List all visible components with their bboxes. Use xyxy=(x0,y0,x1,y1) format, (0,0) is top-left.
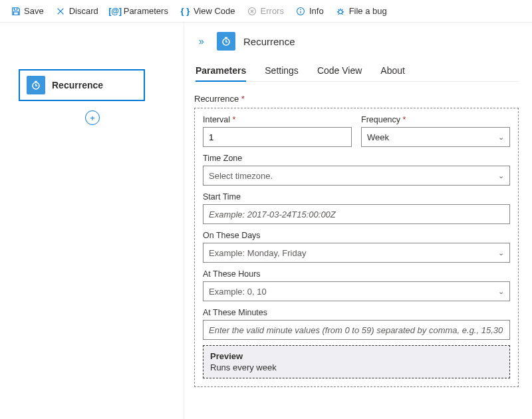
at-minutes-label: At These Minutes xyxy=(203,308,510,317)
file-bug-button[interactable]: File a bug xyxy=(331,3,392,19)
required-marker: * xyxy=(241,94,245,104)
preview-desc: Runs every week xyxy=(210,362,503,372)
designer-canvas: Recurrence + xyxy=(0,23,185,419)
info-button[interactable]: Info xyxy=(291,3,329,19)
frequency-label: Frequency * xyxy=(361,115,510,124)
add-step-button[interactable]: + xyxy=(85,110,100,125)
tab-settings[interactable]: Settings xyxy=(265,60,299,81)
interval-label: Interval * xyxy=(203,115,352,124)
parameters-icon: [@] xyxy=(110,6,120,16)
recurrence-node[interactable]: Recurrence xyxy=(19,69,145,101)
parameters-label: Parameters xyxy=(124,6,168,16)
timezone-value: Select timezone. xyxy=(209,171,273,181)
timezone-select[interactable]: Select timezone. ⌄ xyxy=(203,166,510,186)
node-label: Recurrence xyxy=(52,80,103,90)
chevron-down-icon: ⌄ xyxy=(498,172,504,180)
frequency-value: Week xyxy=(367,132,389,142)
chevron-right-icon: » xyxy=(199,36,204,47)
errors-icon xyxy=(247,6,257,16)
tab-parameters[interactable]: Parameters xyxy=(196,60,246,81)
timer-icon xyxy=(27,76,45,94)
at-hours-select[interactable]: Example: 0, 10 ⌄ xyxy=(203,281,510,301)
tab-about[interactable]: About xyxy=(380,60,405,81)
timezone-label: Time Zone xyxy=(203,154,510,163)
start-time-label: Start Time xyxy=(203,192,510,202)
interval-input[interactable] xyxy=(203,127,352,147)
braces-icon: { } xyxy=(180,6,190,16)
chevron-down-icon: ⌄ xyxy=(498,133,504,142)
frequency-select[interactable]: Week ⌄ xyxy=(361,127,510,147)
errors-label: Errors xyxy=(261,6,284,16)
info-icon xyxy=(296,6,306,16)
errors-button: Errors xyxy=(242,3,289,19)
at-hours-value: Example: 0, 10 xyxy=(209,287,267,297)
file-bug-label: File a bug xyxy=(349,6,387,16)
preview-box: Preview Runs every week xyxy=(203,345,510,378)
on-days-select[interactable]: Example: Monday, Friday ⌄ xyxy=(203,243,510,263)
discard-icon xyxy=(56,6,66,16)
toolbar: Save Discard [@] Parameters { } View Cod… xyxy=(0,0,532,23)
collapse-button[interactable]: » xyxy=(194,34,209,49)
recurrence-fieldset: Interval * Frequency * Week ⌄ Time Zone … xyxy=(194,108,519,387)
panel-tabs: Parameters Settings Code View About xyxy=(194,60,519,82)
panel-header: » Recurrence xyxy=(194,32,519,51)
start-time-input[interactable] xyxy=(203,204,510,224)
at-minutes-input[interactable] xyxy=(203,320,510,340)
bug-icon xyxy=(336,6,346,16)
main-area: Recurrence + » Recurrence Parameters Set… xyxy=(0,23,532,419)
save-icon xyxy=(11,6,21,16)
discard-label: Discard xyxy=(69,6,98,16)
on-days-label: On These Days xyxy=(203,231,510,240)
view-code-label: View Code xyxy=(194,6,235,16)
view-code-button[interactable]: { } View Code xyxy=(175,3,241,19)
panel-title: Recurrence xyxy=(243,36,295,47)
properties-panel: » Recurrence Parameters Settings Code Vi… xyxy=(185,23,532,419)
on-days-value: Example: Monday, Friday xyxy=(209,248,306,258)
section-label: Recurrence * xyxy=(194,94,519,104)
timer-icon xyxy=(217,32,235,51)
info-label: Info xyxy=(309,6,324,16)
svg-point-3 xyxy=(338,9,342,13)
save-label: Save xyxy=(24,6,44,16)
chevron-down-icon: ⌄ xyxy=(498,287,504,296)
preview-title: Preview xyxy=(210,351,503,361)
plus-icon: + xyxy=(90,113,95,123)
save-button[interactable]: Save xyxy=(5,3,49,19)
chevron-down-icon: ⌄ xyxy=(498,249,504,257)
parameters-button[interactable]: [@] Parameters xyxy=(105,3,174,19)
tab-code-view[interactable]: Code View xyxy=(317,60,362,81)
at-hours-label: At These Hours xyxy=(203,269,510,279)
discard-button[interactable]: Discard xyxy=(51,3,104,19)
svg-point-2 xyxy=(301,9,302,10)
